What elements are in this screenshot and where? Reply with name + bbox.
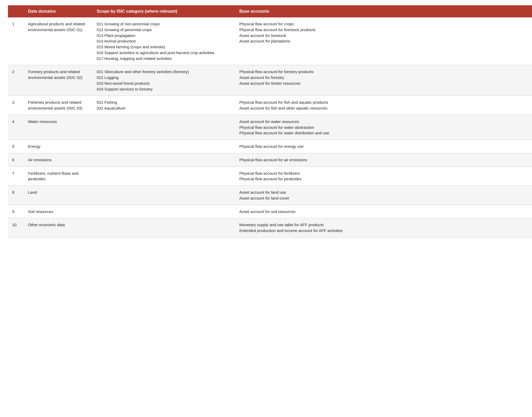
row-domain: Air emissions xyxy=(24,153,92,167)
row-base: Asset account for soil resources xyxy=(235,205,532,218)
table-row: 8LandAsset account for land useAsset acc… xyxy=(8,186,532,205)
table-body: 1Agricultural products and related envir… xyxy=(8,17,532,237)
row-scope xyxy=(92,167,235,186)
row-num: 2 xyxy=(8,65,24,96)
row-num: 7 xyxy=(8,167,24,186)
row-domain: Energy xyxy=(24,140,92,153)
table-row: 7Fertilizers, nutrient flows and pestici… xyxy=(8,167,532,186)
header-scope: Scope by ISIC category (where relevant) xyxy=(92,5,235,17)
row-scope xyxy=(92,153,235,167)
row-num: 6 xyxy=(8,153,24,167)
row-base: Physical flow account for fish and aquat… xyxy=(235,96,532,115)
row-scope xyxy=(92,218,235,238)
table-row: 6Air emissionsPhysical flow account for … xyxy=(8,153,532,167)
row-num: 1 xyxy=(8,17,24,65)
table-row: 1Agricultural products and related envir… xyxy=(8,17,532,65)
row-scope: 011 Growing of non-perennial crops012 Gr… xyxy=(92,17,235,65)
main-container: Data domains Scope by ISIC category (whe… xyxy=(0,0,532,417)
row-base: Monetary supply and use table for AFF pr… xyxy=(235,218,532,238)
header-domain: Data domains xyxy=(24,5,92,17)
row-domain: Fertilizers, nutrient flows and pesticid… xyxy=(24,167,92,186)
row-num: 10 xyxy=(8,218,24,238)
row-domain: Agricultural products and related enviro… xyxy=(24,17,92,65)
row-domain: Water resources xyxy=(24,115,92,140)
row-domain: Land xyxy=(24,186,92,205)
row-base: Physical flow account for energy use xyxy=(235,140,532,153)
row-num: 3 xyxy=(8,96,24,115)
row-scope xyxy=(92,186,235,205)
table-row: 9Soil resourcesAsset account for soil re… xyxy=(8,205,532,218)
row-base: Asset account for land useAsset account … xyxy=(235,186,532,205)
header-row: Data domains Scope by ISIC category (whe… xyxy=(8,5,532,17)
row-num: 8 xyxy=(8,186,24,205)
row-base: Physical flow account for air emissions xyxy=(235,153,532,167)
row-domain: Fisheries products and related environme… xyxy=(24,96,92,115)
table-row: 3Fisheries products and related environm… xyxy=(8,96,532,115)
table-row: 5EnergyPhysical flow account for energy … xyxy=(8,140,532,153)
main-table: Data domains Scope by ISIC category (whe… xyxy=(8,5,532,238)
row-domain: Other economic data xyxy=(24,218,92,238)
table-row: 4Water resourcesAsset account for water … xyxy=(8,115,532,140)
table-row: 2Forestry products and related environme… xyxy=(8,65,532,96)
row-base: Physical flow account for cropsPhysical … xyxy=(235,17,532,65)
row-base: Asset account for water resourcesPhysica… xyxy=(235,115,532,140)
row-num: 5 xyxy=(8,140,24,153)
row-domain: Forestry products and related environmen… xyxy=(24,65,92,96)
row-domain: Soil resources xyxy=(24,205,92,218)
row-scope: 021 Silviculture and other forestry acti… xyxy=(92,65,235,96)
row-base: Physical flow account for forestry produ… xyxy=(235,65,532,96)
row-scope xyxy=(92,140,235,153)
row-num: 4 xyxy=(8,115,24,140)
row-num: 9 xyxy=(8,205,24,218)
row-base: Physical flow account for fertilizersPhy… xyxy=(235,167,532,186)
header-base: Base accounts xyxy=(235,5,532,17)
row-scope: 031 Fishing032 Aquaculture xyxy=(92,96,235,115)
row-scope xyxy=(92,115,235,140)
row-scope xyxy=(92,205,235,218)
table-row: 10Other economic dataMonetary supply and… xyxy=(8,218,532,238)
header-num xyxy=(8,5,24,17)
